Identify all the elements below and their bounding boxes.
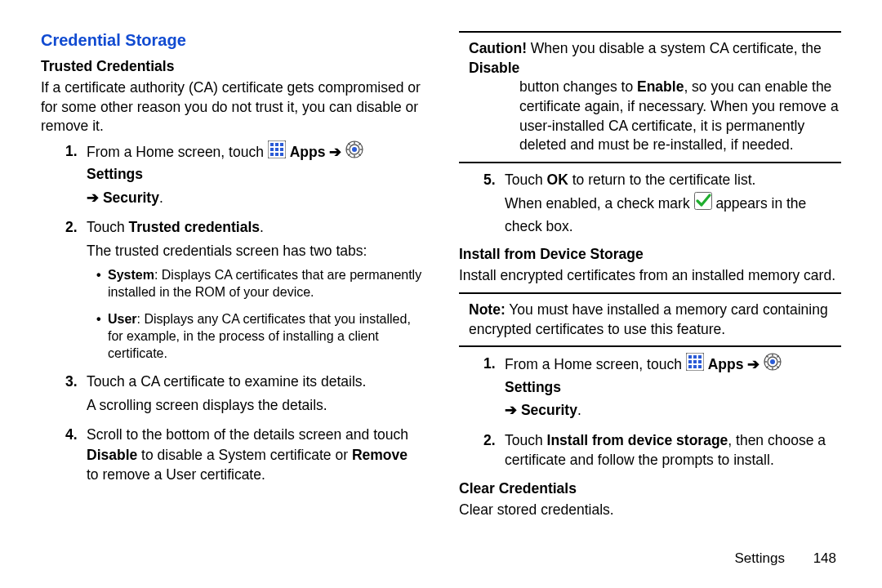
apps-icon [268, 140, 286, 164]
footer-section: Settings [734, 550, 784, 566]
page-footer: Settings 148 [734, 550, 836, 567]
step-text: Touch Install from device storage, then … [505, 432, 826, 469]
footer-page: 148 [813, 550, 836, 566]
apps-icon [686, 353, 704, 376]
section-heading: Credential Storage [41, 31, 423, 50]
step-5-cont: When enabled, a check mark appears in th… [505, 193, 841, 236]
install-steps: 1. From a Home screen, touch Apps ➔ Sett… [459, 354, 841, 470]
step-5: 5. Touch OK to return to the certificate… [483, 170, 841, 237]
tabs-bullets: System: Displays CA certificates that ar… [87, 267, 423, 362]
step-text: Touch OK to return to the certificate li… [505, 172, 755, 188]
gear-icon [345, 140, 363, 164]
subsection-install: Install from Device Storage [459, 246, 841, 263]
step-text: Touch a CA certificate to examine its de… [87, 373, 366, 390]
subsection-trusted: Trusted Credentials [41, 58, 423, 75]
right-column: Caution! When you disable a system CA ce… [441, 31, 841, 564]
step-text: From a Home screen, touch Apps ➔ Setting… [87, 144, 423, 208]
left-column: Credential Storage Trusted Credentials I… [41, 31, 441, 564]
trusted-steps-cont: 5. Touch OK to return to the certificate… [459, 170, 841, 237]
step-text: Touch Trusted credentials. [87, 219, 264, 235]
rule-top [459, 31, 841, 33]
install-step-1: 1. From a Home screen, touch Apps ➔ Sett… [483, 354, 841, 421]
subsection-clear: Clear Credentials [459, 480, 841, 497]
step-4: 4. Scroll to the bottom of the details s… [65, 425, 423, 485]
install-step-2: 2. Touch Install from device storage, th… [483, 430, 841, 470]
bullet-system: System: Displays CA certificates that ar… [96, 267, 423, 301]
note-rule-top [459, 292, 841, 294]
manual-page: Credential Storage Trusted Credentials I… [0, 0, 882, 588]
gear-icon [764, 353, 782, 376]
trusted-steps: 1. From a Home screen, touch Apps ➔ Sett… [41, 141, 423, 485]
bullet-user: User: Displays any CA certificates that … [96, 311, 423, 362]
install-intro: Install encrypted certificates from an i… [459, 266, 841, 286]
step-1: 1. From a Home screen, touch Apps ➔ Sett… [65, 141, 423, 208]
check-icon [694, 192, 712, 216]
step-text: Scroll to the bottom of the details scre… [87, 426, 408, 483]
trusted-intro: If a certificate authority (CA) certific… [41, 78, 423, 136]
caution-block: Caution! When you disable a system CA ce… [469, 39, 841, 155]
note-rule-bottom [459, 345, 841, 347]
step-3: 3. Touch a CA certificate to examine its… [65, 372, 423, 415]
clear-text: Clear stored credentials. [459, 501, 841, 520]
note-block: Note: You must have installed a memory c… [469, 301, 841, 339]
rule-bottom [459, 162, 841, 163]
step-2: 2. Touch Trusted credentials. The truste… [65, 217, 423, 362]
step-text: From a Home screen, touch Apps ➔ Setting… [505, 356, 841, 421]
